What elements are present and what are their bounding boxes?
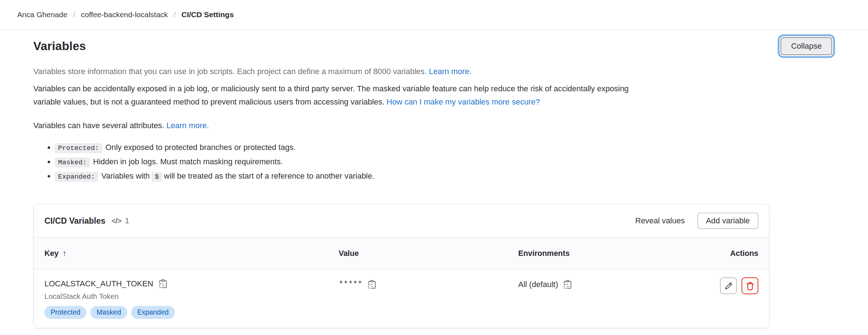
learn-more-link[interactable]: Learn more. (429, 67, 472, 76)
badge-list: Protected Masked Expanded (44, 306, 339, 319)
settings-section-variables: Variables Collapse Variables store infor… (0, 37, 868, 335)
table-header-row: Key↑ Value Environments Actions (34, 238, 769, 270)
protected-badge: Protected (44, 306, 86, 319)
expanded-code-chip: Expanded: (55, 172, 98, 182)
edit-variable-button[interactable] (720, 277, 737, 294)
description-text: Variables store information that you can… (33, 67, 427, 76)
code-icon: </> (111, 217, 121, 225)
cicd-variables-card: CI/CD Variables </> 1 Reveal values Add … (33, 204, 769, 328)
environment-scope: All (default) (518, 280, 558, 289)
masked-badge: Masked (90, 306, 127, 319)
masked-value: ***** (339, 280, 362, 289)
delete-variable-button[interactable] (741, 277, 758, 294)
column-header-value: Value (339, 249, 518, 258)
list-item-protected: Protected:Only exposed to protected bran… (55, 141, 868, 155)
sort-ascending-icon: ↑ (62, 249, 66, 258)
pencil-icon (724, 281, 733, 291)
card-header: CI/CD Variables </> 1 Reveal values Add … (34, 204, 769, 238)
variable-description: LocalStack Auth Token (44, 292, 339, 301)
copy-value-button[interactable] (367, 280, 377, 289)
copy-icon (563, 280, 572, 289)
list-item-text: Only exposed to protected branches or pr… (105, 143, 296, 152)
variable-key: LOCALSTACK_AUTH_TOKEN (44, 279, 153, 288)
description-paragraph-3: Variables can have several attributes.Le… (33, 119, 769, 132)
description-text: variable values, but is not a guaranteed… (33, 97, 385, 106)
masked-code-chip: Masked: (55, 157, 90, 168)
copy-icon (158, 279, 168, 288)
column-header-environments: Environments (518, 249, 699, 258)
card-title: CI/CD Variables (44, 216, 105, 226)
list-item-masked: Masked:Hidden in job logs. Must match ma… (55, 155, 868, 169)
add-variable-button[interactable]: Add variable (697, 213, 758, 229)
breadcrumb-item-group[interactable]: Anca Ghenade (17, 10, 67, 19)
list-item-text: Variables with (101, 171, 150, 180)
reveal-values-button[interactable]: Reveal values (635, 216, 685, 225)
learn-more-link[interactable]: Learn more. (166, 121, 209, 130)
collapse-button[interactable]: Collapse (781, 37, 832, 55)
secure-variables-link[interactable]: How can I make my variables more secure? (387, 97, 540, 106)
list-item-text: will be treated as the start of a refere… (164, 171, 374, 180)
attribute-list: Protected:Only exposed to protected bran… (55, 141, 868, 184)
description-paragraph-1: Variables store information that you can… (33, 65, 769, 78)
actions-cell (699, 277, 758, 294)
expanded-badge: Expanded (131, 306, 175, 319)
column-header-actions: Actions (699, 249, 758, 258)
copy-key-button[interactable] (158, 279, 168, 288)
description-text: Variables can have several attributes. (33, 121, 164, 130)
trash-icon (745, 281, 755, 291)
environments-cell: All (default) (518, 280, 699, 289)
list-item-text: Hidden in job logs. Must match masking r… (93, 157, 283, 166)
protected-code-chip: Protected: (55, 143, 102, 153)
breadcrumb: Anca Ghenade / coffee-backend-localstack… (0, 0, 868, 30)
column-header-key[interactable]: Key↑ (44, 249, 339, 258)
copy-icon (367, 280, 377, 289)
key-cell: LOCALSTACK_AUTH_TOKEN LocalStack Auth To… (44, 279, 339, 319)
breadcrumb-item-current: CI/CD Settings (181, 10, 234, 19)
description-paragraph-2: Variables can be accidentally exposed in… (33, 82, 769, 108)
variable-count: 1 (125, 216, 129, 225)
breadcrumb-item-project[interactable]: coffee-backend-localstack (81, 10, 168, 19)
column-header-key-label: Key (44, 249, 58, 258)
copy-environment-button[interactable] (563, 280, 572, 289)
page-title: Variables (33, 39, 86, 53)
dollar-code-chip: $ (152, 172, 162, 182)
description-text: Variables can be accidentally exposed in… (33, 84, 629, 93)
list-item-expanded: Expanded:Variables with$will be treated … (55, 169, 868, 184)
breadcrumb-separator: / (173, 10, 176, 19)
breadcrumb-separator: / (73, 10, 75, 19)
value-cell: ***** (339, 280, 518, 289)
table-row: LOCALSTACK_AUTH_TOKEN LocalStack Auth To… (34, 270, 769, 328)
